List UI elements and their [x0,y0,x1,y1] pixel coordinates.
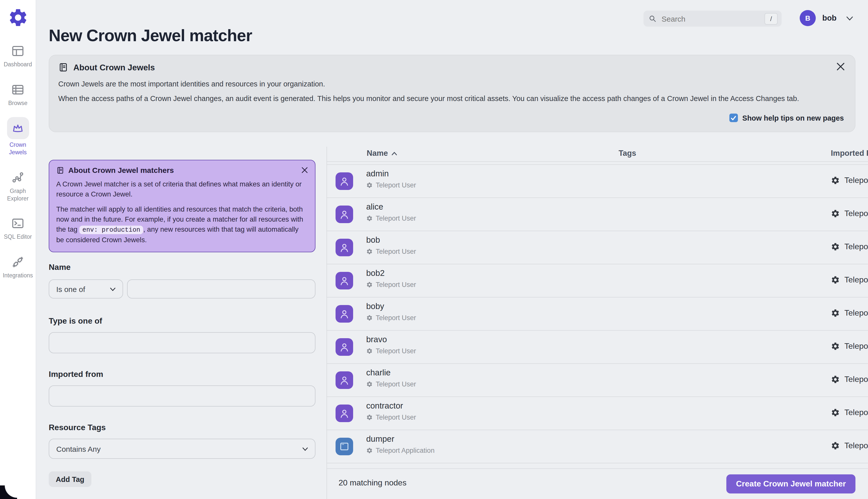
row-name: bob [366,235,380,245]
row-subtype-group: Teleport User [366,248,416,255]
graph-explorer-icon [11,171,25,184]
sidebar-item-browse[interactable]: Browse [0,83,36,107]
resource-tags-operator-value: Contains Any [56,445,302,453]
row-subtype-group: Teleport User [366,181,416,189]
table-row[interactable]: charlie Teleport User Teleport [327,364,868,397]
close-icon[interactable] [301,167,308,173]
search-field[interactable] [660,14,765,23]
row-subtype: Teleport User [376,215,416,222]
row-imported-from-cell: Teleport [831,342,868,351]
browse-icon [11,83,25,96]
window-corner [0,485,17,499]
close-icon[interactable] [836,62,845,71]
resource-tags-label: Resource Tags [49,423,106,432]
column-header-name[interactable]: Name [367,149,397,158]
table-row[interactable]: contractor Teleport User Teleport [327,397,868,430]
imported-from-label: Imported from [49,370,103,379]
book-icon [56,166,64,174]
table-header: Name Tags Imported From [327,147,868,162]
table-row[interactable]: bravo Teleport User Teleport [327,331,868,364]
gear-icon [831,176,840,185]
row-imported-value: Teleport [844,176,868,185]
row-name: boby [366,302,384,311]
user-menu-chevron-down-icon[interactable] [846,15,853,21]
row-subtype-group: Teleport User [366,380,416,388]
row-avatar [336,372,353,389]
about-matchers-info-box: About Crown Jewel matchers A Crown Jewel… [49,160,315,252]
gear-icon [366,315,373,321]
show-help-tips-checkbox[interactable] [729,113,738,122]
user-avatar[interactable]: B [800,10,816,26]
row-imported-from-cell: Teleport [831,308,868,318]
sidebar-item-label: Graph Explorer [0,187,36,202]
sidebar-item-label: SQL Editor [4,233,32,241]
sort-asc-caret-icon [391,151,397,156]
sql-editor-icon [11,217,25,230]
search-input[interactable]: / [644,11,782,27]
sidebar-item-label: Integrations [3,272,33,279]
row-avatar [336,305,353,322]
name-field-label: Name [49,263,71,272]
book-icon [58,62,68,72]
row-subtype-group: Teleport User [366,215,416,222]
table-row[interactable]: admin Teleport User Teleport [327,165,868,198]
sidebar-item-label: Dashboard [4,61,32,68]
about-crown-jewels-banner: About Crown Jewels Crown Jewels are the … [49,55,855,132]
gear-icon [831,276,840,284]
add-tag-button[interactable]: Add Tag [49,471,91,487]
app-logo-gear-icon[interactable] [8,7,29,28]
type-value-input[interactable] [49,332,315,353]
code-pill: env: production [79,226,143,234]
gear-icon [366,182,373,188]
column-header-imported-from[interactable]: Imported From [831,149,868,158]
row-imported-from-cell: Teleport [831,209,868,218]
search-icon [648,15,657,23]
sidebar-item-sql-editor[interactable]: SQL Editor [0,217,36,241]
table-footer: 20 matching nodes Create Crown Jewel mat… [327,468,868,499]
sidebar-item-label: Browse [8,99,28,107]
user-icon [338,407,350,419]
user-icon [338,308,350,320]
gear-icon [366,381,373,387]
sidebar-item-crown-jewels[interactable]: Crown Jewels [0,121,36,156]
row-imported-value: Teleport [844,308,868,318]
user-icon [338,275,350,287]
gear-icon [831,342,840,351]
gear-icon [366,281,373,288]
check-icon [731,115,737,121]
column-header-tags[interactable]: Tags [587,149,668,158]
row-subtype-group: Teleport User [366,347,416,355]
info-paragraph: The matcher will apply to all identities… [56,205,308,245]
sidebar-item-integrations[interactable]: Integrations [0,255,36,279]
row-subtype-group: Teleport User [366,314,416,321]
table-row[interactable]: boby Teleport User Teleport [327,297,868,331]
row-imported-value: Teleport [844,342,868,351]
sidebar-item-dashboard[interactable]: Dashboard [0,44,36,68]
table-row[interactable]: dumper Teleport Application Teleport [327,430,868,463]
name-value-input[interactable] [127,279,315,299]
user-name[interactable]: bob [822,14,836,23]
crown-icon [11,122,25,135]
table-row[interactable]: bob2 Teleport User Teleport [327,264,868,297]
name-operator-select[interactable]: Is one of [49,279,123,299]
resource-tags-operator-select[interactable]: Contains Any [49,439,315,459]
banner-paragraph: When the access paths of a Crown Jewel c… [58,95,799,102]
row-imported-value: Teleport [844,276,868,284]
row-imported-value: Teleport [844,408,868,417]
gear-icon [366,215,373,222]
create-crown-jewel-matcher-button[interactable]: Create Crown Jewel matcher [727,474,856,494]
row-subtype: Teleport User [376,414,416,421]
table-row[interactable]: bob Teleport User Teleport [327,231,868,264]
row-name: bravo [366,335,387,344]
row-imported-value: Teleport [844,375,868,384]
row-name: alice [366,202,383,211]
table-row[interactable]: alice Teleport User Teleport [327,198,868,231]
row-imported-value: Teleport [844,209,868,218]
row-subtype: Teleport User [376,181,416,189]
row-name: dumper [366,434,394,444]
node-list: admin Teleport User Teleport alice Telep… [327,165,868,497]
imported-from-input[interactable] [49,386,315,406]
gear-icon [366,414,373,421]
row-avatar [336,438,353,455]
sidebar-item-graph-explorer[interactable]: Graph Explorer [0,171,36,202]
